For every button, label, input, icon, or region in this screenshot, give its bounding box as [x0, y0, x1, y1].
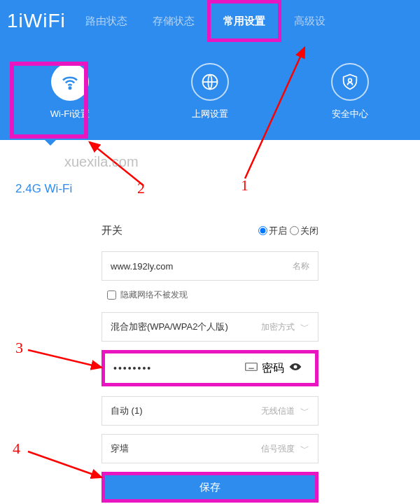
- signal-field[interactable]: 穿墙 信号强度 ﹀: [102, 434, 318, 463]
- channel-field[interactable]: 自动 (1) 无线信道 ﹀: [102, 396, 318, 426]
- tab-security-center[interactable]: 安全中心: [315, 63, 385, 120]
- password-hint: 密码: [262, 361, 284, 376]
- switch-radio-group: 开启 关闭: [258, 225, 318, 237]
- hide-ssid-label: 隐藏网络不被发现: [120, 289, 188, 301]
- icon-tabs: Wi-Fi设置 上网设置 安全中心: [0, 42, 420, 120]
- signal-value: 穿墙: [111, 442, 261, 455]
- nav-row: 1iWiFi 路由状态 存储状态 常用设置 高级设: [0, 0, 420, 42]
- radio-off-label: 关闭: [300, 225, 318, 237]
- logo: 1iWiFi: [7, 10, 73, 32]
- ssid-value: www.192ly.com: [111, 261, 293, 272]
- svg-rect-3: [246, 363, 258, 371]
- nav-router-status[interactable]: 路由状态: [73, 0, 140, 42]
- watermark: xuexila.com: [64, 154, 139, 170]
- radio-on-label: 开启: [269, 225, 287, 237]
- password-value: ••••••••: [113, 363, 241, 374]
- encryption-field[interactable]: 混合加密(WPA/WPA2个人版) 加密方式 ﹀: [102, 312, 318, 342]
- content-area: 2.4G Wi-Fi 开关 开启 关闭 www.192ly.com 名称 隐藏网…: [0, 140, 420, 503]
- channel-value: 自动 (1): [111, 405, 261, 417]
- radio-on-input[interactable]: [258, 226, 267, 235]
- wifi-form: 开关 开启 关闭 www.192ly.com 名称 隐藏网络不被发现 混合加密(…: [102, 224, 318, 503]
- radio-off-input[interactable]: [290, 226, 299, 235]
- tab-security-label: 安全中心: [332, 108, 368, 120]
- channel-hint: 无线信道: [261, 405, 295, 417]
- switch-row: 开关 开启 关闭: [102, 224, 318, 237]
- chevron-down-icon: ﹀: [300, 321, 309, 333]
- keyboard-icon[interactable]: [245, 362, 258, 374]
- shield-icon: [331, 63, 369, 101]
- nav-advanced[interactable]: 高级设: [281, 0, 338, 42]
- top-banner: 1iWiFi 路由状态 存储状态 常用设置 高级设 Wi-Fi设置 上网设置 安…: [0, 0, 420, 140]
- ssid-hint: 名称: [293, 260, 309, 272]
- encryption-value: 混合加密(WPA/WPA2个人版): [111, 321, 261, 333]
- tab-wifi-label: Wi-Fi设置: [50, 108, 90, 120]
- signal-hint: 信号强度: [261, 443, 295, 455]
- radio-on[interactable]: 开启: [258, 225, 287, 237]
- wifi-icon: [51, 63, 89, 101]
- switch-label: 开关: [102, 224, 130, 237]
- tab-internet-settings[interactable]: 上网设置: [175, 63, 245, 120]
- nav-common-settings[interactable]: 常用设置: [207, 0, 281, 42]
- chevron-down-icon: ﹀: [300, 405, 309, 417]
- chevron-down-icon: ﹀: [300, 442, 309, 455]
- hide-ssid-checkbox[interactable]: [107, 290, 116, 300]
- nav-storage-status[interactable]: 存储状态: [140, 0, 207, 42]
- tab-internet-label: 上网设置: [192, 108, 228, 120]
- encryption-hint: 加密方式: [261, 321, 295, 333]
- globe-icon: [191, 63, 229, 101]
- svg-point-2: [349, 78, 352, 82]
- hide-ssid-row[interactable]: 隐藏网络不被发现: [107, 289, 318, 301]
- section-title: 2.4G Wi-Fi: [0, 161, 420, 196]
- ssid-field[interactable]: www.192ly.com 名称: [102, 251, 318, 281]
- svg-point-0: [69, 88, 71, 90]
- password-field[interactable]: •••••••• 密码: [102, 350, 318, 386]
- tab-wifi-settings[interactable]: Wi-Fi设置: [35, 63, 105, 120]
- save-button[interactable]: 保存: [102, 472, 318, 503]
- eye-icon[interactable]: [288, 362, 302, 374]
- radio-off[interactable]: 关闭: [290, 225, 318, 237]
